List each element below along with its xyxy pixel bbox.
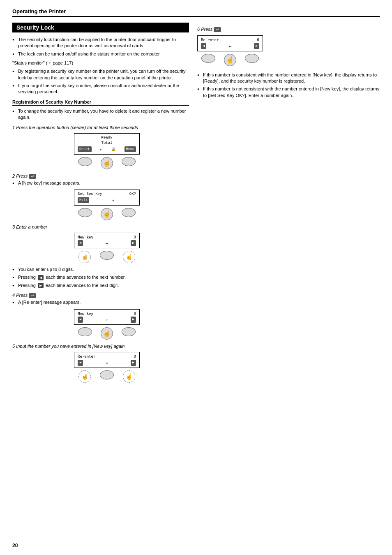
step1-btn-left [78,157,92,166]
bullet-item: By registering a security key number on … [12,68,189,81]
step1-num: 1 [12,125,15,130]
bullet-item: The security lock function can be applie… [12,37,189,49]
step6-mid-btn: ↵ [229,43,231,49]
step4-lcd-value: 0 [134,311,136,317]
step1-text: Press the operation button (center) for … [16,125,138,130]
step1-menu-btn: Menu [125,146,136,153]
step1-enter-icon: ↵ [100,146,102,153]
step6-right-btn: ▶ [254,43,259,49]
step6-btn-right [245,54,259,63]
page-header: Operating the Printer [12,8,380,17]
step5-label: 5 Input the number you have entered in [… [12,344,189,349]
bullet-item: To change the security key number, you h… [12,108,189,121]
step3-lcd-btns: ◀ ↵ ▶ [78,240,136,246]
step4-btn-right [122,327,136,336]
step6-lcd-line1: Re-enter [201,37,219,43]
right-column: 6 Press ↵ Re-enter 0 ◀ ↵ ▶ [197,23,380,386]
step3-mid-btn: ↵ [106,240,108,246]
page-header-title: Operating the Printer [12,8,66,14]
step3-text: Enter a number [16,224,47,229]
section-title: Security Lock [12,23,189,32]
step3-bullets: You can enter up to 8 digits. Pressing ◀… [12,266,189,289]
step2-lcd-text: Set Sec-Key [78,192,102,197]
step2-lcd: Set Sec-Key OK? Exit ↵ [74,190,140,206]
step3-bullet1: Pressing ◀ each time advances to the nex… [12,274,189,280]
step1-btn-center: ☝ [101,157,113,169]
step2-lcd-ok: OK? [129,192,136,197]
step6-btn-left [201,54,215,63]
step2-panel: Set Sec-Key OK? Exit ↵ ☝ [25,190,189,220]
step4-lcd-line1: New key [78,311,93,317]
step5-btn-center [100,370,114,379]
step4-lcd-btns: ◀ ↵ ▶ [78,317,136,323]
step6-lcd-btns: ◀ ↵ ▶ [201,43,259,49]
left-column: Security Lock The security lock function… [12,23,189,386]
right-bullet-1: If this number is not consistent with th… [197,86,380,99]
step1-lcd: Ready Total Reset ↵ 🔒 Menu [74,133,140,155]
subsection-bullets: To change the security key number, you h… [12,108,189,121]
step1-lcd-btns: Reset ↵ 🔒 Menu [78,146,136,153]
step1-lcd-line2: Total [78,141,136,146]
step5-lcd-value: 0 [134,354,136,360]
step5-lcd-btns: ◀ ↵ ▶ [78,360,136,366]
main-content: Security Lock The security lock function… [12,23,380,386]
step5-left-btn: ◀ [78,360,83,366]
step5-btn-left: ☝ [78,370,91,383]
step1-btn-right [122,157,136,166]
step2-bullets: A [New key] message appears. [12,180,189,186]
step2-btn-center: ☝ [101,208,113,220]
step5-mid-btn: ↵ [106,360,108,366]
step2-icon: ↵ [29,174,36,179]
page-number: 20 [12,543,18,548]
right-col-bullets: If this number is consistent with the nu… [197,72,380,99]
step4-text: Press [16,293,28,298]
step5-buttons: ☝ ☝ [74,370,140,383]
step4-mid-btn: ↵ [106,317,108,323]
step6-lcd-value: 0 [257,37,259,43]
step2-text: Press [16,173,28,178]
step6-buttons: ☝ [197,54,263,66]
step2-btn-right [122,208,136,217]
step3-lcd: New key 0 ◀ ↵ ▶ [74,233,140,249]
right-arrow-icon: ▶ [38,283,44,288]
step4-icon: ↵ [29,293,36,298]
step2-exit-btn: Exit [78,197,89,204]
step3-btn-right: ☝ [123,251,135,263]
step1-reset-btn: Reset [78,146,92,153]
step3-panel: New key 0 ◀ ↵ ▶ ☝ ☝ [25,233,189,264]
step6-num: 6 [197,27,200,32]
middle-bullets: By registering a security key number on … [12,68,189,95]
page: Operating the Printer Security Lock The … [0,0,392,555]
step6-left-btn: ◀ [201,43,206,49]
step3-num: 3 [12,224,15,229]
step5-btn-right: ☝ [123,370,135,383]
step4-btn-center: ☝ [101,327,113,340]
step4-bullet: A [Re-enter] message appears. [12,299,189,305]
step1-lcd-line1: Ready [78,135,136,141]
step3-lcd-line1: New key [78,235,93,240]
step3-btn-left: ☝ [78,251,91,263]
step5-text: Input the number you have entered in [Ne… [16,344,125,349]
step3-bullet0: You can enter up to 8 digits. [12,266,189,273]
step5-lcd: Re-enter 0 ◀ ↵ ▶ [74,352,140,368]
step2-num: 2 [12,173,15,178]
step4-label: 4 Press ↵ [12,293,189,298]
status-ref: "Status monitor" (☞ page 117) [12,60,189,66]
step6-panel: Re-enter 0 ◀ ↵ ▶ ☝ [197,35,380,66]
step5-lcd-line1: Re-enter [78,354,95,360]
step2-lcd-line1: Set Sec-Key OK? [78,192,136,197]
step4-lcd: New key 0 ◀ ↵ ▶ [74,309,140,325]
step1-label: 1 Press the operation button (center) fo… [12,125,189,130]
left-arrow-icon: ◀ [38,275,44,280]
step6-text: Press [201,27,212,32]
step6-btn-center: ☝ [224,54,236,66]
step2-lcd-btns: Exit ↵ [78,197,136,204]
step1-lock-icon: 🔒 [111,146,116,153]
step2-bullet: A [New key] message appears. [12,180,189,186]
step4-btn-left [78,327,92,336]
step6-lcd: Re-enter 0 ◀ ↵ ▶ [197,35,263,51]
step4-bullets: A [Re-enter] message appears. [12,299,189,305]
step3-btn-center [100,251,114,260]
bullet-item: If you forgot the security key number, p… [12,83,189,95]
step3-left-btn: ◀ [78,240,83,246]
